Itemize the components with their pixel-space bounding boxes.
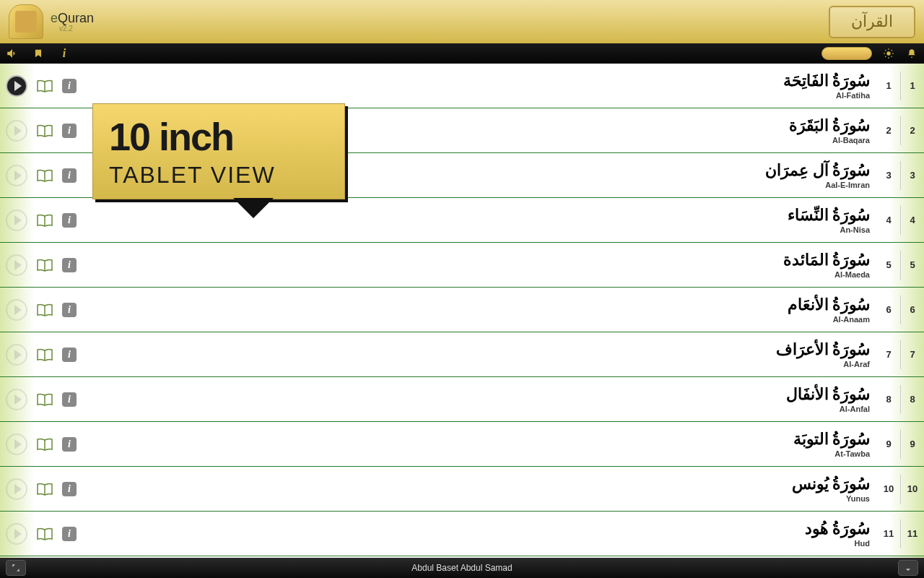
surah-arabic: سُورَةُ الفَاتِحَة <box>769 72 870 90</box>
surah-arabic: سُورَةُ الأنعَام <box>769 296 870 314</box>
surah-arabic: سُورَةُ البَقَرَة <box>769 116 870 135</box>
brand-label: eQuran v2.2 <box>51 11 94 33</box>
surah-row[interactable]: i سُورَةُ التوبَة At-Tawba 9 9 <box>0 422 924 467</box>
book-icon[interactable] <box>36 437 53 452</box>
surah-number: 9 <box>877 439 900 449</box>
book-icon[interactable] <box>36 348 53 362</box>
surah-arabic: سُورَةُ الأعرَاف <box>769 340 870 359</box>
juz-number: 5 <box>901 259 924 270</box>
info-icon[interactable]: i <box>62 482 77 496</box>
surah-row[interactable]: i سُورَةُ المَائدة Al-Maeda 5 5 <box>0 243 924 288</box>
juz-number: 7 <box>901 349 924 360</box>
info-icon[interactable]: i <box>62 437 77 452</box>
arabic-title-icon: القرآن الكريم <box>829 6 915 38</box>
tooltip-subtitle: TABLET VIEW <box>109 162 328 189</box>
bookmark-icon[interactable] <box>32 47 45 60</box>
play-button[interactable] <box>6 165 27 186</box>
play-button[interactable] <box>6 523 27 545</box>
info-icon[interactable]: i <box>62 79 77 93</box>
info-toolbar-icon[interactable]: i <box>58 47 71 60</box>
surah-name: At-Tawba <box>769 449 870 458</box>
book-icon[interactable] <box>36 124 53 138</box>
surah-name: Al-Maeda <box>769 270 870 279</box>
play-button[interactable] <box>6 299 27 321</box>
book-icon[interactable] <box>36 213 53 228</box>
juz-number: 9 <box>901 439 924 449</box>
toolbar: i <box>0 43 924 64</box>
surah-row[interactable]: i سُورَةُ الأعرَاف Al-Araf 7 7 <box>0 332 924 377</box>
play-button[interactable] <box>6 434 27 455</box>
surah-arabic: سُورَةُ هُود <box>769 519 870 538</box>
tooltip-title: 10 inch <box>109 117 328 156</box>
tooltip-overlay: 10 inch TABLET VIEW <box>92 103 345 218</box>
juz-number: 6 <box>901 304 924 315</box>
info-icon[interactable]: i <box>62 303 77 317</box>
info-icon[interactable]: i <box>62 348 77 362</box>
collapse-button[interactable] <box>898 560 918 576</box>
app-logo-icon[interactable] <box>9 4 43 39</box>
surah-arabic: سُورَةُ آل عِمرَان <box>765 161 870 180</box>
surah-number: 8 <box>877 394 900 405</box>
expand-button[interactable] <box>6 560 26 576</box>
play-button[interactable] <box>6 120 27 142</box>
surah-number: 6 <box>877 304 900 315</box>
surah-number: 3 <box>877 170 900 181</box>
juz-number: 2 <box>901 125 924 136</box>
sun-icon[interactable] <box>882 47 895 60</box>
info-icon[interactable]: i <box>62 392 77 407</box>
surah-name: Al-Araf <box>769 360 870 368</box>
juz-number: 4 <box>901 215 924 225</box>
surah-arabic: سُورَةُ النِّسَاء <box>769 206 870 225</box>
play-button[interactable] <box>6 254 27 276</box>
info-icon[interactable]: i <box>62 213 77 228</box>
toolbar-pill-button[interactable] <box>821 47 872 60</box>
book-icon[interactable] <box>36 392 53 407</box>
surah-number: 2 <box>877 125 900 136</box>
book-icon[interactable] <box>36 258 53 272</box>
surah-name: Al-Anaam <box>769 315 870 324</box>
surah-arabic: سُورَةُ المَائدة <box>769 251 870 269</box>
surah-name: Al-Anfal <box>769 405 870 413</box>
surah-number: 1 <box>877 80 900 91</box>
surah-name: Al-Baqara <box>769 136 870 144</box>
surah-arabic: سُورَةُ يُونس <box>769 475 870 493</box>
play-button[interactable] <box>6 210 27 231</box>
book-icon[interactable] <box>36 527 53 541</box>
svg-point-0 <box>886 51 890 55</box>
play-button[interactable] <box>6 344 27 366</box>
book-icon[interactable] <box>36 168 53 183</box>
play-button[interactable] <box>6 75 27 97</box>
surah-name: Al-Fatiha <box>769 91 870 100</box>
surah-row[interactable]: i سُورَةُ الأنفَال Al-Anfal 8 8 <box>0 377 924 422</box>
surah-name: An-Nisa <box>769 225 870 234</box>
surah-number: 10 <box>877 483 900 494</box>
play-button[interactable] <box>6 478 27 500</box>
surah-row[interactable]: i سُورَةُ الفَاتِحَة Al-Fatiha 1 1 <box>0 64 924 108</box>
surah-name: Hud <box>769 539 870 548</box>
surah-arabic: سُورَةُ التوبَة <box>769 430 870 449</box>
surah-list: i سُورَةُ الفَاتِحَة Al-Fatiha 1 1 i سُو… <box>0 64 924 558</box>
play-button[interactable] <box>6 389 27 410</box>
juz-number: 1 <box>901 80 924 91</box>
player-footer: Abdul Baset Abdul Samad <box>0 558 924 578</box>
surah-number: 7 <box>877 349 900 360</box>
surah-number: 4 <box>877 215 900 225</box>
juz-number: 3 <box>901 170 924 181</box>
juz-number: 10 <box>901 483 924 494</box>
info-icon[interactable]: i <box>62 527 77 541</box>
surah-row[interactable]: i سُورَةُ هُود Hud 11 11 <box>0 512 924 556</box>
surah-row[interactable]: i سُورَةُ الأنعَام Al-Anaam 6 6 <box>0 288 924 332</box>
sound-icon[interactable] <box>6 47 19 60</box>
app-header: eQuran v2.2 القرآن الكريم <box>0 0 924 43</box>
info-icon[interactable]: i <box>62 124 77 138</box>
book-icon[interactable] <box>36 79 53 93</box>
info-icon[interactable]: i <box>62 168 77 183</box>
surah-number: 5 <box>877 259 900 270</box>
reciter-name: Abdul Baset Abdul Samad <box>411 563 512 573</box>
book-icon[interactable] <box>36 482 53 496</box>
info-icon[interactable]: i <box>62 258 77 272</box>
book-icon[interactable] <box>36 303 53 317</box>
surah-row[interactable]: i سُورَةُ يُونس Yunus 10 10 <box>0 467 924 512</box>
bell-icon[interactable] <box>905 47 918 60</box>
surah-name: Yunus <box>769 494 870 503</box>
